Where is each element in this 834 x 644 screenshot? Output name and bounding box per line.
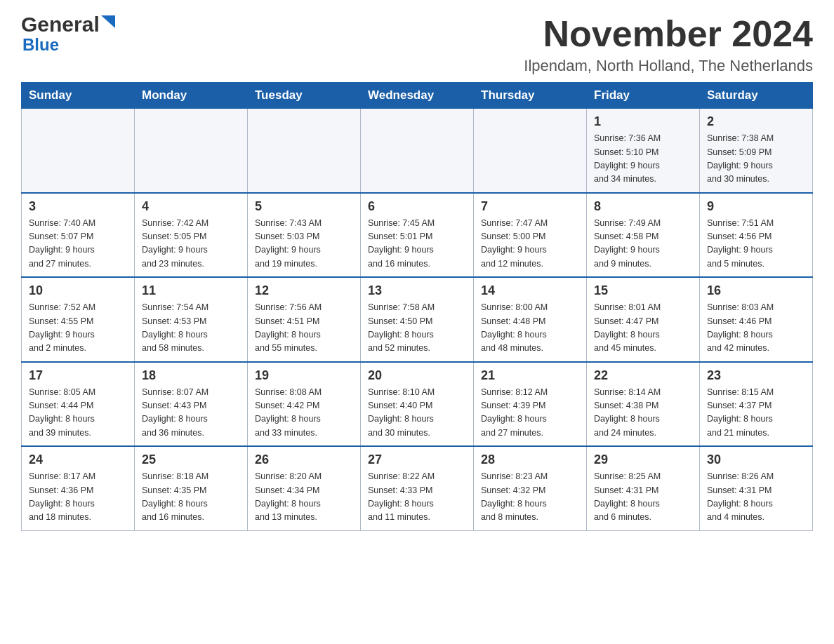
- calendar-cell: 6Sunrise: 7:45 AM Sunset: 5:01 PM Daylig…: [361, 193, 474, 278]
- day-number: 1: [594, 114, 692, 129]
- calendar-weekday-wednesday: Wednesday: [361, 83, 474, 109]
- calendar-cell: 19Sunrise: 8:08 AM Sunset: 4:42 PM Dayli…: [248, 362, 361, 447]
- calendar-weekday-monday: Monday: [135, 83, 248, 109]
- calendar-cell: 25Sunrise: 8:18 AM Sunset: 4:35 PM Dayli…: [135, 446, 248, 530]
- day-number: 8: [594, 199, 692, 214]
- month-title: November 2024: [524, 14, 813, 54]
- logo-general: General: [21, 14, 100, 35]
- day-info: Sunrise: 8:10 AM Sunset: 4:40 PM Dayligh…: [368, 386, 466, 441]
- day-info: Sunrise: 8:17 AM Sunset: 4:36 PM Dayligh…: [29, 470, 127, 525]
- day-info: Sunrise: 7:58 AM Sunset: 4:50 PM Dayligh…: [368, 301, 466, 356]
- day-info: Sunrise: 8:07 AM Sunset: 4:43 PM Dayligh…: [142, 386, 240, 441]
- day-info: Sunrise: 8:20 AM Sunset: 4:34 PM Dayligh…: [255, 470, 353, 525]
- day-info: Sunrise: 8:14 AM Sunset: 4:38 PM Dayligh…: [594, 386, 692, 441]
- day-info: Sunrise: 8:22 AM Sunset: 4:33 PM Dayligh…: [368, 470, 466, 525]
- calendar-cell: 7Sunrise: 7:47 AM Sunset: 5:00 PM Daylig…: [474, 193, 587, 278]
- day-number: 18: [142, 368, 240, 383]
- day-number: 21: [481, 368, 579, 383]
- day-info: Sunrise: 7:51 AM Sunset: 4:56 PM Dayligh…: [707, 217, 805, 271]
- day-number: 15: [594, 283, 692, 298]
- calendar-cell: 29Sunrise: 8:25 AM Sunset: 4:31 PM Dayli…: [587, 446, 700, 530]
- day-number: 14: [481, 283, 579, 298]
- calendar-cell: 15Sunrise: 8:01 AM Sunset: 4:47 PM Dayli…: [587, 277, 700, 362]
- day-info: Sunrise: 8:25 AM Sunset: 4:31 PM Dayligh…: [594, 470, 692, 525]
- day-info: Sunrise: 8:23 AM Sunset: 4:32 PM Dayligh…: [481, 470, 579, 525]
- day-number: 3: [29, 199, 127, 214]
- day-number: 2: [707, 114, 805, 129]
- day-info: Sunrise: 7:54 AM Sunset: 4:53 PM Dayligh…: [142, 301, 240, 356]
- logo-blue: Blue: [22, 35, 59, 54]
- day-number: 12: [255, 283, 353, 298]
- calendar-weekday-friday: Friday: [587, 83, 700, 109]
- day-info: Sunrise: 7:40 AM Sunset: 5:07 PM Dayligh…: [29, 217, 127, 271]
- calendar-cell: 30Sunrise: 8:26 AM Sunset: 4:31 PM Dayli…: [700, 446, 813, 530]
- calendar-cell: 28Sunrise: 8:23 AM Sunset: 4:32 PM Dayli…: [474, 446, 587, 530]
- svg-marker-0: [101, 15, 115, 28]
- calendar-cell: [474, 109, 587, 193]
- day-number: 25: [142, 452, 240, 467]
- calendar-cell: 12Sunrise: 7:56 AM Sunset: 4:51 PM Dayli…: [248, 277, 361, 362]
- calendar-week-row: 1Sunrise: 7:36 AM Sunset: 5:10 PM Daylig…: [22, 109, 813, 193]
- calendar-cell: 4Sunrise: 7:42 AM Sunset: 5:05 PM Daylig…: [135, 193, 248, 278]
- page-header: General Blue November 2024 Ilpendam, Nor…: [21, 14, 813, 75]
- day-info: Sunrise: 7:56 AM Sunset: 4:51 PM Dayligh…: [255, 301, 353, 356]
- calendar-cell: 17Sunrise: 8:05 AM Sunset: 4:44 PM Dayli…: [22, 362, 135, 447]
- day-info: Sunrise: 8:15 AM Sunset: 4:37 PM Dayligh…: [707, 386, 805, 441]
- calendar-weekday-sunday: Sunday: [22, 83, 135, 109]
- calendar-cell: [135, 109, 248, 193]
- calendar-cell: 14Sunrise: 8:00 AM Sunset: 4:48 PM Dayli…: [474, 277, 587, 362]
- day-info: Sunrise: 8:08 AM Sunset: 4:42 PM Dayligh…: [255, 386, 353, 441]
- day-info: Sunrise: 8:26 AM Sunset: 4:31 PM Dayligh…: [707, 470, 805, 525]
- day-number: 10: [29, 283, 127, 298]
- day-info: Sunrise: 7:36 AM Sunset: 5:10 PM Dayligh…: [594, 132, 692, 187]
- day-number: 22: [594, 368, 692, 383]
- day-number: 30: [707, 452, 805, 467]
- day-number: 28: [481, 452, 579, 467]
- day-info: Sunrise: 7:49 AM Sunset: 4:58 PM Dayligh…: [594, 217, 692, 271]
- day-number: 17: [29, 368, 127, 383]
- day-number: 16: [707, 283, 805, 298]
- calendar-cell: 9Sunrise: 7:51 AM Sunset: 4:56 PM Daylig…: [700, 193, 813, 278]
- calendar-cell: [361, 109, 474, 193]
- calendar-cell: 1Sunrise: 7:36 AM Sunset: 5:10 PM Daylig…: [587, 109, 700, 193]
- day-info: Sunrise: 7:43 AM Sunset: 5:03 PM Dayligh…: [255, 217, 353, 271]
- day-number: 6: [368, 199, 466, 214]
- day-info: Sunrise: 7:47 AM Sunset: 5:00 PM Dayligh…: [481, 217, 579, 271]
- day-number: 19: [255, 368, 353, 383]
- calendar-cell: 27Sunrise: 8:22 AM Sunset: 4:33 PM Dayli…: [361, 446, 474, 530]
- day-info: Sunrise: 8:05 AM Sunset: 4:44 PM Dayligh…: [29, 386, 127, 441]
- calendar-cell: 2Sunrise: 7:38 AM Sunset: 5:09 PM Daylig…: [700, 109, 813, 193]
- day-info: Sunrise: 8:18 AM Sunset: 4:35 PM Dayligh…: [142, 470, 240, 525]
- day-info: Sunrise: 7:52 AM Sunset: 4:55 PM Dayligh…: [29, 301, 127, 356]
- day-info: Sunrise: 7:38 AM Sunset: 5:09 PM Dayligh…: [707, 132, 805, 187]
- calendar-cell: 18Sunrise: 8:07 AM Sunset: 4:43 PM Dayli…: [135, 362, 248, 447]
- day-number: 24: [29, 452, 127, 467]
- calendar-cell: 11Sunrise: 7:54 AM Sunset: 4:53 PM Dayli…: [135, 277, 248, 362]
- day-number: 5: [255, 199, 353, 214]
- day-number: 13: [368, 283, 466, 298]
- day-number: 27: [368, 452, 466, 467]
- calendar-week-row: 3Sunrise: 7:40 AM Sunset: 5:07 PM Daylig…: [22, 193, 813, 278]
- calendar-cell: 22Sunrise: 8:14 AM Sunset: 4:38 PM Dayli…: [587, 362, 700, 447]
- calendar-cell: 20Sunrise: 8:10 AM Sunset: 4:40 PM Dayli…: [361, 362, 474, 447]
- calendar-cell: 5Sunrise: 7:43 AM Sunset: 5:03 PM Daylig…: [248, 193, 361, 278]
- calendar-weekday-thursday: Thursday: [474, 83, 587, 109]
- day-number: 23: [707, 368, 805, 383]
- day-info: Sunrise: 8:03 AM Sunset: 4:46 PM Dayligh…: [707, 301, 805, 356]
- calendar-weekday-tuesday: Tuesday: [248, 83, 361, 109]
- day-number: 26: [255, 452, 353, 467]
- day-info: Sunrise: 8:00 AM Sunset: 4:48 PM Dayligh…: [481, 301, 579, 356]
- day-number: 20: [368, 368, 466, 383]
- logo: General Blue: [21, 14, 115, 55]
- calendar-week-row: 10Sunrise: 7:52 AM Sunset: 4:55 PM Dayli…: [22, 277, 813, 362]
- day-number: 7: [481, 199, 579, 214]
- day-number: 29: [594, 452, 692, 467]
- day-number: 11: [142, 283, 240, 298]
- day-info: Sunrise: 8:12 AM Sunset: 4:39 PM Dayligh…: [481, 386, 579, 441]
- calendar-cell: [22, 109, 135, 193]
- calendar-cell: 10Sunrise: 7:52 AM Sunset: 4:55 PM Dayli…: [22, 277, 135, 362]
- calendar-week-row: 17Sunrise: 8:05 AM Sunset: 4:44 PM Dayli…: [22, 362, 813, 447]
- calendar-cell: 21Sunrise: 8:12 AM Sunset: 4:39 PM Dayli…: [474, 362, 587, 447]
- calendar-weekday-saturday: Saturday: [700, 83, 813, 109]
- calendar-header-row: SundayMondayTuesdayWednesdayThursdayFrid…: [22, 83, 813, 109]
